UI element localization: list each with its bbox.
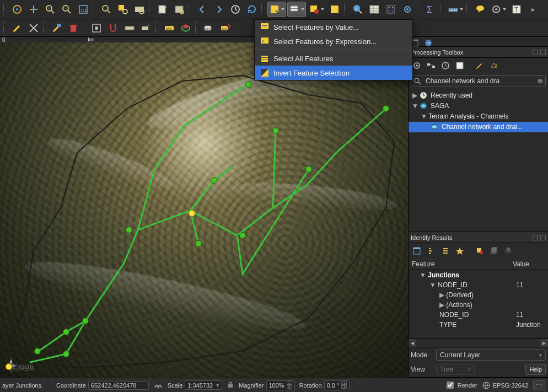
search-input[interactable]: [425, 77, 534, 85]
map-tips-icon[interactable]: [472, 2, 488, 17]
rot-down[interactable]: ▾: [341, 385, 347, 389]
history-icon[interactable]: [228, 2, 243, 17]
select-expression-button[interactable]: [287, 2, 306, 17]
zoom-full-icon[interactable]: [99, 2, 114, 17]
tools-icon[interactable]: [26, 20, 41, 36]
toolbox-model-icon[interactable]: [425, 60, 437, 72]
junction-node[interactable]: [63, 351, 69, 357]
mag-up[interactable]: ▴: [287, 382, 292, 385]
layer-visibility-icon[interactable]: [122, 20, 137, 36]
tree-terrain-channels[interactable]: ▼ Terrain Analysis - Channels: [409, 111, 548, 122]
id-row-derived[interactable]: ▶ (Derived): [409, 290, 509, 300]
id-col-feature[interactable]: Feature: [409, 259, 509, 270]
zoom-last-icon[interactable]: [195, 2, 210, 17]
junction-node[interactable]: [305, 166, 312, 173]
crs-button[interactable]: EPSG:32642: [482, 381, 528, 390]
pan-icon[interactable]: [9, 2, 25, 17]
refresh-icon[interactable]: [244, 2, 260, 17]
snapping-icon[interactable]: [105, 20, 121, 36]
junction-node[interactable]: [195, 240, 202, 247]
toolbox-history-icon[interactable]: [439, 60, 452, 72]
zoom-selection-icon[interactable]: [115, 2, 131, 17]
view-select[interactable]: Tree▾: [436, 364, 475, 375]
coord-readout[interactable]: 652422,4620478: [88, 381, 149, 390]
menu-select-by-value[interactable]: Select Features by Value...: [255, 20, 412, 34]
junction-node[interactable]: [34, 348, 41, 355]
menu-invert-selection[interactable]: Invert Feature Selection: [255, 66, 412, 80]
edit-toggle-icon[interactable]: [9, 20, 25, 36]
toolbox-results-icon[interactable]: [454, 60, 466, 72]
junction-node[interactable]: [245, 81, 252, 88]
save-edits-icon[interactable]: [49, 20, 65, 36]
messages-button[interactable]: ⋯: [533, 380, 545, 390]
undock-icon[interactable]: [533, 235, 538, 240]
select-rect-button[interactable]: [267, 2, 286, 17]
stats-sigma-icon[interactable]: Σ: [423, 2, 438, 17]
junction-node[interactable]: [272, 127, 279, 134]
rot-up[interactable]: ▴: [341, 382, 347, 385]
junction-node[interactable]: [82, 318, 89, 324]
zoom-in-icon[interactable]: [42, 2, 58, 17]
text-annotation-icon[interactable]: T: [509, 2, 524, 17]
label-tool-icon[interactable]: abc: [201, 20, 217, 36]
mode-select[interactable]: Current Layer▾: [436, 350, 546, 361]
chevron-right-icon[interactable]: ▸: [525, 2, 541, 17]
settings-button[interactable]: [489, 2, 508, 17]
layer-3d-icon[interactable]: [178, 20, 194, 36]
id-expand-icon[interactable]: [411, 245, 423, 257]
zoom-layer-icon[interactable]: [132, 2, 147, 17]
zoom-1to1-icon[interactable]: 1:1: [76, 2, 91, 17]
lock-scale-icon[interactable]: [227, 381, 234, 390]
id-open-form-icon[interactable]: [454, 245, 466, 257]
toolbox-edit-icon[interactable]: [474, 60, 486, 72]
map-canvas[interactable]: L16290: [0, 42, 408, 378]
pan-center-icon[interactable]: [26, 2, 41, 17]
id-row-actions[interactable]: ▶ (Actions): [409, 300, 509, 310]
junction-node[interactable]: [211, 177, 217, 184]
id-row-layer[interactable]: ▼ Junctions: [409, 270, 509, 281]
tree-saga[interactable]: ▼ SAGA: [409, 101, 548, 111]
id-col-value[interactable]: Value: [509, 259, 548, 270]
magnifier-readout[interactable]: 100% ▴▾: [266, 380, 295, 390]
new-layer-icon[interactable]: +: [138, 20, 154, 36]
scroll-right-icon[interactable]: ▶: [540, 339, 548, 347]
toolbox-tree[interactable]: ▶ Recently used ▼ SAGA ▼ Terrain Analysi…: [409, 89, 548, 232]
help-button[interactable]: Help: [525, 364, 546, 375]
menu-select-by-expression[interactable]: ε Select Features by Expression...: [255, 34, 412, 49]
scale-readout[interactable]: 1:345732▾: [185, 380, 222, 390]
field-calc-icon[interactable]: [383, 2, 399, 17]
extents-icon[interactable]: [153, 380, 163, 390]
rotation-readout[interactable]: 0.0 ° ▴▾: [324, 380, 350, 390]
menu-select-all[interactable]: Select All Features: [255, 51, 412, 66]
new-bookmark-icon[interactable]: [155, 2, 170, 17]
show-bookmarks-icon[interactable]: [171, 2, 187, 17]
scroll-left-icon[interactable]: ◀: [409, 339, 416, 347]
delete-icon[interactable]: [66, 20, 81, 36]
identify-icon[interactable]: i: [350, 2, 366, 17]
id-copy-icon[interactable]: [488, 245, 500, 257]
id-row-feature[interactable]: ▼ NODE_ID: [409, 280, 509, 290]
clear-search-icon[interactable]: ⊗: [538, 77, 543, 85]
id-clear-icon[interactable]: [474, 245, 486, 257]
id-print-icon[interactable]: [502, 245, 514, 257]
junction-node-selected[interactable]: [189, 210, 195, 217]
junction-node[interactable]: [383, 105, 389, 112]
zoom-next-icon[interactable]: [211, 2, 227, 17]
zoom-out-icon[interactable]: [59, 2, 74, 17]
mag-down[interactable]: ▾: [287, 385, 292, 389]
close-icon[interactable]: [540, 235, 546, 240]
id-tree-icon[interactable]: [425, 245, 437, 257]
identify-hscroll[interactable]: ◀ ▶: [409, 339, 548, 347]
undock-icon[interactable]: [533, 50, 538, 55]
toolbox-search[interactable]: ⊗: [411, 75, 546, 87]
tree-recently-used[interactable]: ▶ Recently used: [409, 90, 548, 101]
junction-node-selected[interactable]: [6, 363, 12, 370]
toggle-labels-icon[interactable]: abc: [162, 20, 177, 36]
id-collapse-icon[interactable]: [439, 245, 452, 257]
processing-gear-icon[interactable]: [400, 2, 415, 17]
move-label-icon[interactable]: abc: [218, 20, 233, 36]
junction-node[interactable]: [126, 227, 132, 233]
deselect-button[interactable]: [307, 2, 326, 17]
select-all-icon[interactable]: [327, 2, 342, 17]
junction-node[interactable]: [63, 329, 69, 335]
